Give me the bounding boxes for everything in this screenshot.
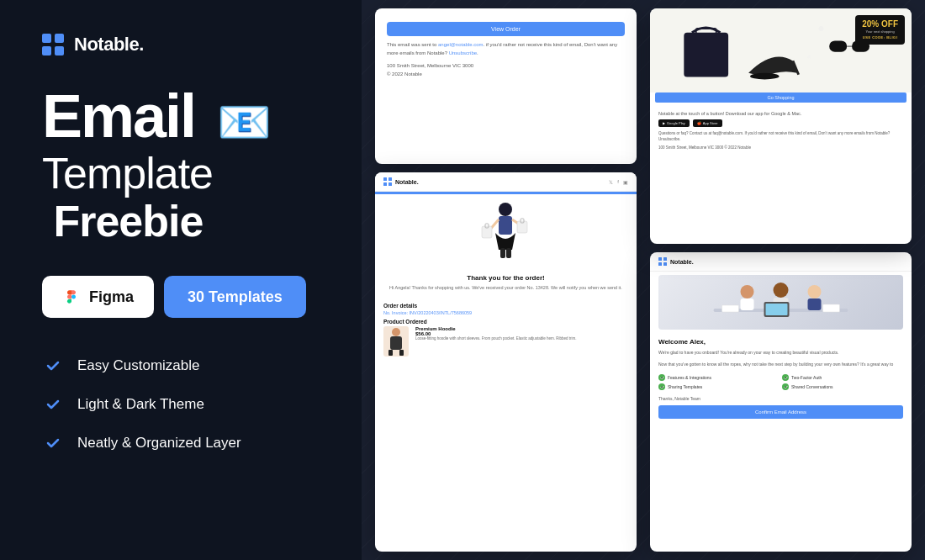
order-address: 100 Smith Street, Melbourne VIC 3000© 20…	[387, 62, 625, 78]
promo-tagline: Notable at the touch of a button! Downlo…	[658, 111, 903, 116]
logo-dot-2	[55, 34, 64, 43]
welcome-feature-text-1: Features & Integrations	[668, 375, 711, 380]
product-person-icon	[384, 327, 408, 356]
svg-point-20	[819, 26, 824, 31]
svg-rect-9	[506, 248, 511, 258]
welcome-feature-text-4: Shared Conversations	[791, 384, 832, 389]
promo-discount-badge: 20% OFF Your next shopping USE CODE: BLI…	[855, 15, 905, 45]
svg-point-25	[774, 283, 789, 298]
promo-shop-btn: Go Shopping	[655, 92, 906, 103]
svg-point-16	[750, 73, 780, 80]
preview-col-left: View Order This email was sent to angel@…	[362, 0, 643, 560]
discount-amount: 20% OFF	[862, 20, 898, 29]
discount-code: USE CODE: BLIGI	[862, 35, 898, 40]
svg-rect-13	[399, 350, 404, 356]
previews-container: View Order This email was sent to angel@…	[362, 0, 925, 560]
thankyou-header: Notable. 𝕏 f ▣	[375, 172, 637, 192]
logo-icon	[42, 34, 64, 55]
buttons-row: Figma 30 Templates	[42, 276, 320, 318]
svg-rect-11	[390, 336, 402, 350]
thankyou-content: Thank you for the order! Hi Angela! Than…	[375, 271, 637, 303]
svg-point-10	[392, 328, 400, 336]
feature-item-1: Easy Customizable	[42, 355, 320, 377]
twitter-icon: 𝕏	[609, 179, 613, 185]
feature-item-2: Light & Dark Theme	[42, 394, 320, 415]
check-icon-1	[42, 355, 64, 377]
hero-title-block: Email 📧 Template Freebie	[42, 86, 320, 276]
welcome-feature-text-2: Two-Factor Auth	[791, 375, 822, 380]
order-footer-text: This email was sent to angel@notable.com…	[387, 41, 625, 57]
templates-button[interactable]: 30 Templates	[164, 276, 306, 318]
svg-rect-12	[388, 350, 393, 356]
facebook-icon: f	[617, 179, 619, 185]
thankyou-logo-text: Notable.	[395, 179, 419, 185]
hero-title-email-text: Email	[42, 82, 195, 150]
welcome-header: Notable.	[650, 252, 912, 272]
google-play-badge: ▶ Google Play	[658, 119, 690, 127]
right-panel: View Order This email was sent to angel@…	[362, 0, 925, 560]
welcome-team-image	[658, 275, 903, 330]
promo-faq-text: Questions or faq? Contact us at faq@nota…	[658, 130, 903, 142]
welcome-body-1: We're glad to have you onboard! You're a…	[650, 347, 912, 359]
app-store-label: App Store	[703, 121, 718, 125]
promo-bottom-content: Notable at the touch of a button! Downlo…	[650, 106, 912, 155]
product-description: Loose-fitting hoodie with short sleeves.…	[415, 336, 628, 341]
thankyou-header-logo: Notable.	[383, 177, 419, 186]
svg-rect-1	[499, 216, 512, 235]
shopping-person-illustration	[478, 201, 533, 264]
store-badges: ▶ Google Play 🍎 App Store	[658, 119, 903, 127]
templates-button-label: 30 Templates	[188, 288, 283, 306]
thankyou-title: Thank you for the order!	[385, 274, 626, 282]
welcome-logo-text: Notable.	[670, 259, 694, 265]
thankyou-greeting: Hi Angela! Thanks for shopping with us. …	[385, 284, 626, 291]
figma-button[interactable]: Figma	[42, 276, 154, 318]
welcome-body-2: Now that you've gotten to know all the r…	[650, 359, 912, 371]
svg-point-27	[808, 285, 822, 298]
feature-item-3: Neatly & Organized Layer	[42, 432, 320, 454]
welcome-logo-icon	[658, 257, 667, 266]
welcome-feature-text-3: Sharing Templates	[668, 384, 702, 389]
svg-rect-8	[500, 248, 505, 258]
promo-preview: 20% OFF Your next shopping USE CODE: BLI…	[650, 8, 912, 244]
welcome-title: Welcome Alex,	[650, 333, 912, 347]
check-icon-3	[42, 432, 64, 454]
team-illustration	[658, 275, 903, 330]
welcome-feature-1: Features & Integrations	[658, 374, 780, 381]
app-store-badge: 🍎 App Store	[693, 119, 722, 127]
check-icon-2	[42, 394, 64, 415]
promo-footer: 100 Smith Street, Melbourne VIC 3000 © 2…	[658, 145, 903, 150]
svg-rect-30	[766, 304, 788, 315]
product-ordered-label: Product Ordered	[383, 319, 628, 325]
wf-check-3	[658, 383, 665, 390]
svg-rect-31	[722, 305, 739, 312]
product-image	[383, 326, 409, 357]
svg-rect-24	[741, 298, 754, 310]
confirm-email-btn: Confirm Email Address	[658, 405, 903, 419]
welcome-feature-3: Sharing Templates	[658, 383, 780, 390]
product-details: Premium Hoodie $56.00 Loose-fitting hood…	[415, 326, 628, 341]
discount-subtext: Your next shopping	[862, 29, 898, 34]
order-details-label: Order details	[383, 303, 628, 309]
svg-rect-17	[829, 40, 847, 51]
figma-logo-icon	[62, 288, 81, 306]
instagram-icon: ▣	[623, 179, 628, 185]
welcome-features-grid: Features & Integrations Two-Factor Auth …	[650, 371, 912, 395]
apple-icon: 🍎	[697, 121, 701, 125]
svg-rect-32	[823, 304, 840, 312]
wf-check-1	[658, 374, 665, 381]
google-play-label: Google Play	[667, 121, 685, 125]
hero-title-email: Email 📧	[42, 86, 320, 146]
product-row: Premium Hoodie $56.00 Loose-fitting hood…	[383, 326, 628, 357]
logo-text: Notable.	[74, 34, 144, 55]
svg-point-21	[807, 55, 811, 59]
hero-title-template-text: Template	[42, 149, 213, 198]
wf-check-4	[782, 383, 789, 390]
hero-subtitle: Template Freebie	[42, 150, 320, 246]
svg-point-23	[741, 285, 754, 298]
logo-dot-3	[42, 46, 51, 55]
features-list: Easy Customizable Light & Dark Theme Nea…	[42, 355, 320, 454]
order-confirm-content: View Order This email was sent to angel@…	[375, 8, 637, 92]
feature-text-1: Easy Customizable	[77, 357, 200, 374]
thankyou-card-inner: Notable. 𝕏 f ▣	[375, 172, 637, 360]
play-icon: ▶	[663, 121, 665, 125]
